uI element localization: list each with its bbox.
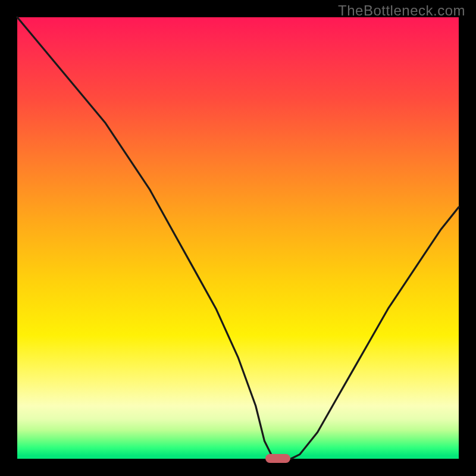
curve-path	[17, 17, 459, 459]
watermark-text: TheBottleneck.com	[338, 2, 465, 19]
plot-area	[17, 17, 459, 459]
bottleneck-curve	[17, 17, 459, 459]
optimal-marker	[265, 454, 290, 463]
chart-frame: TheBottleneck.com	[0, 0, 476, 476]
